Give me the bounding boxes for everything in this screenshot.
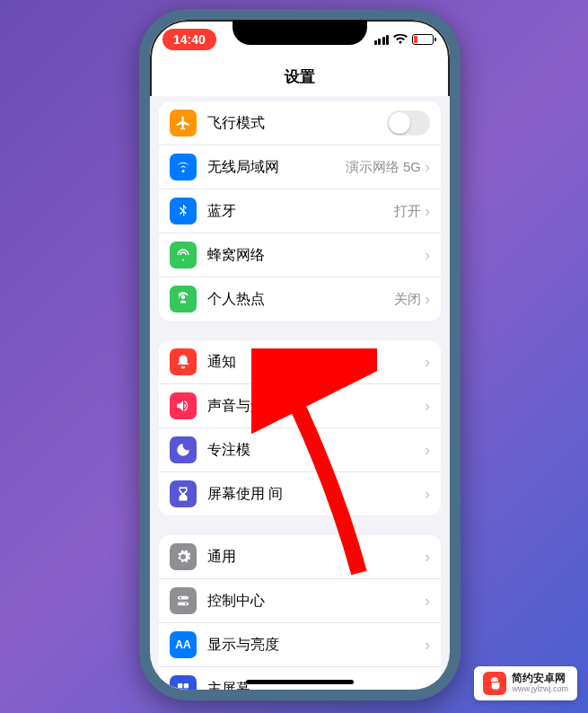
row-label: 个人热点 xyxy=(207,290,394,309)
svg-rect-5 xyxy=(184,683,189,688)
status-icons xyxy=(374,34,434,45)
page-title: 设置 xyxy=(150,59,450,96)
settings-group-general: 通用 › 控制中心 › AA 显示与亮度 › 主 xyxy=(159,535,441,694)
row-general[interactable]: 通用 › xyxy=(159,535,441,579)
chevron-right-icon: › xyxy=(425,246,430,265)
chevron-right-icon: › xyxy=(425,680,430,695)
wifi-icon xyxy=(170,154,197,180)
row-display[interactable]: AA 显示与亮度 › xyxy=(159,623,441,667)
bluetooth-icon xyxy=(170,198,197,224)
phone-frame: 14:40 设置 飞行模式 无线局域网 演示网络 5G xyxy=(139,9,461,700)
settings-group-notifications: 通知 › 声音与触感 › 专注模 › 屏幕使用 xyxy=(159,340,441,515)
wifi-icon xyxy=(393,34,408,45)
hourglass-icon xyxy=(170,480,197,507)
svg-point-2 xyxy=(180,597,181,599)
row-label: 专注模 xyxy=(207,441,425,460)
row-label: 通用 xyxy=(207,548,425,567)
chevron-right-icon: › xyxy=(425,202,430,221)
svg-rect-0 xyxy=(178,596,189,600)
sound-icon xyxy=(170,392,197,419)
svg-rect-4 xyxy=(178,683,182,688)
row-sounds[interactable]: 声音与触感 › xyxy=(159,384,441,428)
row-label: 无线局域网 xyxy=(207,158,346,177)
chevron-right-icon: › xyxy=(425,158,430,177)
cellular-signal-icon xyxy=(374,35,390,45)
svg-rect-6 xyxy=(178,690,182,694)
chevron-right-icon: › xyxy=(425,290,430,309)
row-label: 显示与亮度 xyxy=(207,636,425,655)
row-airplane-mode[interactable]: 飞行模式 xyxy=(159,101,441,145)
home-indicator[interactable] xyxy=(246,680,354,684)
row-label: 声音与触感 xyxy=(207,397,425,416)
chevron-right-icon: › xyxy=(425,636,430,655)
row-label: 蜂窝网络 xyxy=(207,246,425,265)
svg-rect-1 xyxy=(178,603,189,606)
text-size-icon: AA xyxy=(170,631,197,658)
row-detail: 演示网络 5G xyxy=(346,159,421,176)
watermark: 简约安卓网 www.jylzwj.com xyxy=(474,666,577,700)
settings-group-connectivity: 飞行模式 无线局域网 演示网络 5G › 蓝牙 打开 › xyxy=(159,101,441,321)
moon-icon xyxy=(170,436,197,463)
row-detail: 关闭 xyxy=(394,291,421,308)
notch xyxy=(233,18,367,45)
row-label: 通知 xyxy=(207,353,425,372)
hotspot-icon xyxy=(170,286,197,312)
watermark-title: 简约安卓网 xyxy=(512,673,568,684)
row-control-center[interactable]: 控制中心 › xyxy=(159,579,441,623)
row-notifications[interactable]: 通知 › xyxy=(159,340,441,384)
grid-icon xyxy=(170,675,197,694)
chevron-right-icon: › xyxy=(425,485,430,504)
watermark-url: www.jylzwj.com xyxy=(512,685,568,694)
row-label: 蓝牙 xyxy=(207,202,394,221)
chevron-right-icon: › xyxy=(425,441,430,460)
gear-icon xyxy=(170,543,197,570)
chevron-right-icon: › xyxy=(425,548,430,567)
bell-icon xyxy=(170,348,197,375)
switches-icon xyxy=(170,587,197,614)
chevron-right-icon: › xyxy=(425,397,430,416)
row-label: 控制中心 xyxy=(207,592,425,611)
row-label: 飞行模式 xyxy=(207,114,387,133)
cellular-icon xyxy=(170,242,197,268)
svg-point-3 xyxy=(185,603,187,604)
row-cellular[interactable]: 蜂窝网络 › xyxy=(159,233,441,277)
row-bluetooth[interactable]: 蓝牙 打开 › xyxy=(159,189,441,233)
row-detail: 打开 xyxy=(394,203,421,220)
airplane-icon xyxy=(170,110,197,136)
row-label: 屏幕使用 间 xyxy=(207,485,425,504)
settings-content: 飞行模式 无线局域网 演示网络 5G › 蓝牙 打开 › xyxy=(150,96,450,694)
row-wifi[interactable]: 无线局域网 演示网络 5G › xyxy=(159,145,441,189)
battery-icon xyxy=(412,34,434,45)
chevron-right-icon: › xyxy=(425,592,430,611)
row-screentime[interactable]: 屏幕使用 间 › xyxy=(159,472,441,515)
svg-rect-7 xyxy=(184,690,189,694)
chevron-right-icon: › xyxy=(425,353,430,372)
row-hotspot[interactable]: 个人热点 关闭 › xyxy=(159,277,441,321)
airplane-toggle[interactable] xyxy=(387,110,430,136)
status-time: 14:40 xyxy=(162,29,216,50)
row-focus[interactable]: 专注模 › xyxy=(159,428,441,472)
android-icon xyxy=(483,672,506,695)
